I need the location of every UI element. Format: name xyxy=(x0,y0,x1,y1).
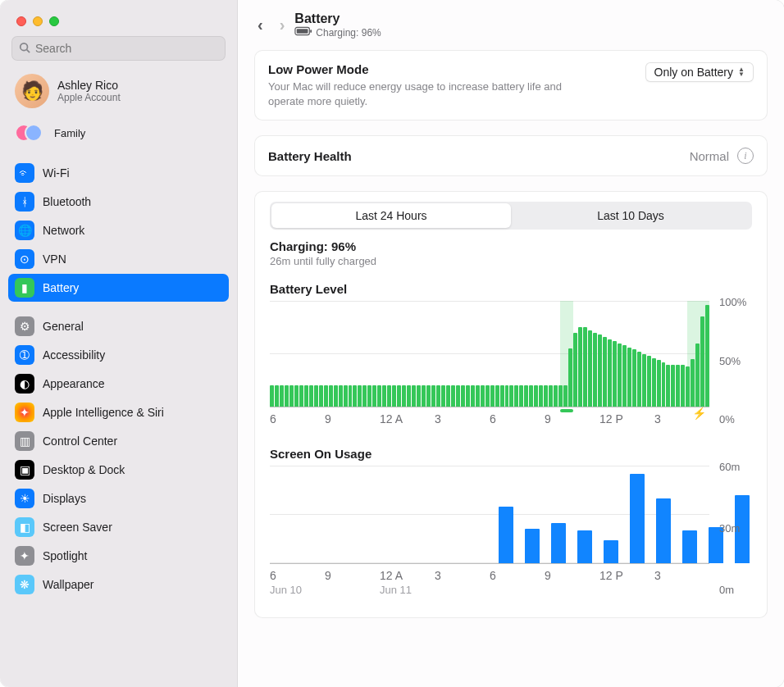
battery-bar xyxy=(324,385,328,407)
sidebar-item-control-center[interactable]: ▥Control Center xyxy=(8,427,229,455)
battery-bar xyxy=(647,356,651,407)
battery-bar xyxy=(539,385,543,407)
screen-on-title: Screen On Usage xyxy=(270,447,752,461)
sidebar-item-displays[interactable]: ☀Displays xyxy=(8,485,229,512)
sidebar-item-network[interactable]: 🌐Network xyxy=(8,216,229,244)
battery-bar xyxy=(289,385,294,407)
battery-bar xyxy=(285,385,289,407)
battery-bar xyxy=(407,385,411,407)
low-power-select[interactable]: Only on Battery ▲▼ xyxy=(645,62,754,82)
battery-bar xyxy=(476,385,480,407)
x-tick: 6 xyxy=(270,569,325,582)
sidebar-item-apple-intelligence-siri[interactable]: ✦Apple Intelligence & Siri xyxy=(8,398,229,426)
wallpaper-icon: ❋ xyxy=(15,575,34,594)
battery-bar xyxy=(554,385,558,407)
info-icon[interactable]: i xyxy=(737,148,754,164)
battery-bar xyxy=(490,385,495,407)
battery-bar xyxy=(441,385,445,407)
battery-bar xyxy=(603,337,607,407)
sidebar-item-vpn[interactable]: ⊙VPN xyxy=(8,245,229,273)
battery-bar xyxy=(549,385,553,407)
tab-last-24h[interactable]: Last 24 Hours xyxy=(271,203,511,228)
x-tick: 12 A xyxy=(380,412,435,425)
avatar: 🧑 xyxy=(15,74,49,108)
x-tick xyxy=(545,584,599,596)
battery-bar xyxy=(309,385,313,407)
desktop-dock-icon: ▣ xyxy=(15,460,34,480)
battery-bar xyxy=(622,345,627,407)
nav-forward-button[interactable]: › xyxy=(280,16,285,34)
close-button[interactable] xyxy=(16,16,26,26)
battery-bar xyxy=(618,344,622,407)
battery-bar xyxy=(436,385,440,407)
x-tick xyxy=(490,584,545,596)
battery-bar xyxy=(387,385,391,407)
sidebar-item-desktop-dock[interactable]: ▣Desktop & Dock xyxy=(8,456,229,484)
battery-bar xyxy=(598,334,602,407)
sidebar-item-appearance[interactable]: ◐Appearance xyxy=(8,370,229,398)
battery-icon: ▮ xyxy=(15,278,34,298)
battery-health-panel: Battery Health Normal i xyxy=(254,135,768,176)
screen-on-bar xyxy=(682,530,697,563)
battery-bar xyxy=(676,365,680,407)
tab-last-10d[interactable]: Last 10 Days xyxy=(511,203,750,228)
control-center-icon: ▥ xyxy=(15,431,34,451)
lightning-icon: ⚡ xyxy=(692,407,706,420)
battery-bar xyxy=(367,385,371,407)
battery-bar xyxy=(588,330,592,407)
page-subtitle: Charging: 96% xyxy=(294,26,381,39)
svg-rect-4 xyxy=(311,30,312,33)
sidebar-item-general[interactable]: ⚙General xyxy=(8,312,229,340)
x-tick: 12 A xyxy=(380,569,435,582)
x-tick: 3 xyxy=(435,412,490,425)
x-tick: 12 P xyxy=(599,412,654,425)
maximize-button[interactable] xyxy=(49,16,59,26)
battery-bar xyxy=(314,385,318,407)
x-tick: 9 xyxy=(545,412,599,425)
x-tick: 9 xyxy=(325,412,380,425)
sidebar-item-label: Bluetooth xyxy=(43,195,91,208)
battery-bar xyxy=(632,349,636,407)
sidebar-list-connectivity: ᯤWi-FiᚼBluetooth🌐Network⊙VPN▮Battery xyxy=(0,159,237,303)
x-tick: 6 xyxy=(490,412,545,425)
sidebar-item-screen-saver[interactable]: ◧Screen Saver xyxy=(8,513,229,541)
battery-bar xyxy=(431,385,435,407)
sidebar-item-wallpaper[interactable]: ❋Wallpaper xyxy=(8,571,229,598)
battery-health-value: Normal xyxy=(690,149,729,163)
sidebar-item-label: Wallpaper xyxy=(43,578,94,591)
x-tick xyxy=(435,584,490,596)
search-input[interactable] xyxy=(35,42,218,55)
charging-icon xyxy=(294,26,312,39)
sidebar-item-accessibility[interactable]: ➀Accessibility xyxy=(8,341,229,369)
displays-icon: ☀ xyxy=(15,489,34,508)
sidebar-item-label: Wi-Fi xyxy=(43,166,70,180)
x-tick: 6 xyxy=(270,412,325,425)
battery-health-title: Battery Health xyxy=(268,149,352,163)
sidebar-item-label: Network xyxy=(43,224,84,237)
sidebar-item-wi-fi[interactable]: ᯤWi-Fi xyxy=(8,159,229,187)
screen-on-bar xyxy=(551,523,566,564)
sidebar-item-spotlight[interactable]: ✦Spotlight xyxy=(8,542,229,570)
bluetooth-icon: ᚼ xyxy=(15,192,34,212)
battery-bar xyxy=(456,385,460,407)
minimize-button[interactable] xyxy=(33,16,43,26)
battery-level-title: Battery Level xyxy=(270,282,752,296)
timeframe-segmented[interactable]: Last 24 Hours Last 10 Days xyxy=(270,202,752,230)
sidebar-item-battery[interactable]: ▮Battery xyxy=(8,274,229,302)
battery-bar xyxy=(652,358,656,407)
header: ‹ › Battery Charging: 96% xyxy=(254,0,768,50)
search-field[interactable] xyxy=(11,36,226,61)
sidebar-item-bluetooth[interactable]: ᚼBluetooth xyxy=(8,188,229,216)
gear-icon: ⚙ xyxy=(15,316,34,336)
screen-on-bar xyxy=(604,540,618,563)
battery-bar xyxy=(505,385,509,407)
battery-bar xyxy=(627,348,631,407)
apple-account-row[interactable]: 🧑 Ashley Rico Apple Account xyxy=(8,69,229,113)
nav-back-button[interactable]: ‹ xyxy=(258,16,263,34)
family-row[interactable]: Family xyxy=(8,116,229,149)
account-name: Ashley Rico xyxy=(57,79,121,92)
sidebar-item-label: VPN xyxy=(43,253,66,266)
low-power-panel: Low Power Mode Your Mac will reduce ener… xyxy=(254,50,768,121)
wifi-icon: ᯤ xyxy=(15,163,34,183)
battery-bar xyxy=(397,385,401,407)
